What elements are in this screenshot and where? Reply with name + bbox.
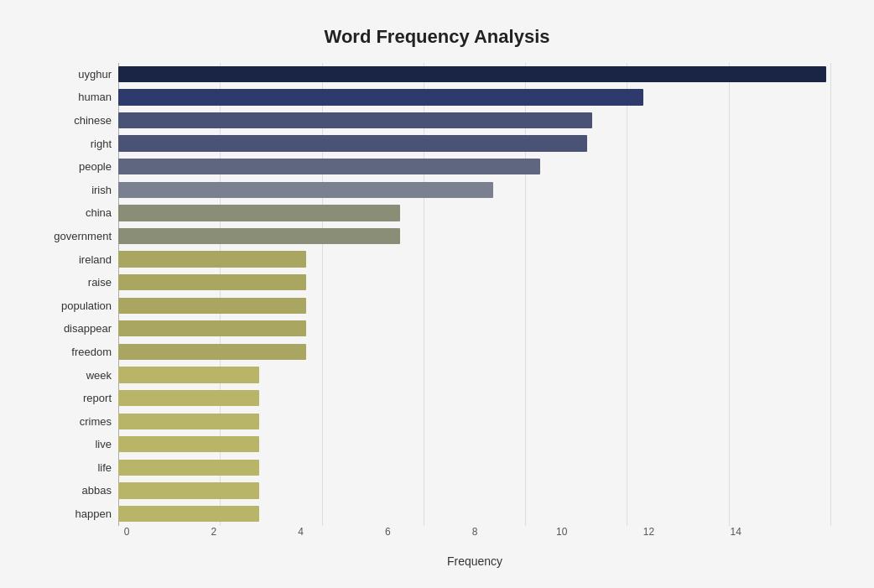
y-label-china: china <box>43 201 112 225</box>
x-tick: 0 <box>118 526 135 538</box>
y-label-disappear: disappear <box>43 317 112 341</box>
bar-irish <box>118 182 493 198</box>
bar-raise <box>118 274 306 290</box>
y-label-freedom: freedom <box>43 341 112 364</box>
bar-live <box>118 436 259 452</box>
x-tick: 12 <box>641 526 658 538</box>
y-label-crimes: crimes <box>43 409 112 433</box>
bar-row <box>118 155 831 179</box>
y-label-report: report <box>43 387 112 410</box>
y-axis-labels: uyghurhumanchineserightpeopleirishchinag… <box>43 63 118 549</box>
x-tick: 2 <box>205 526 222 538</box>
x-axis: 02468101214 <box>118 526 831 549</box>
bar-row <box>118 109 831 133</box>
y-label-week: week <box>43 363 112 387</box>
bar-report <box>118 390 259 406</box>
bar-row <box>118 409 831 433</box>
bar-row <box>118 225 831 248</box>
bar-china <box>118 205 400 221</box>
bar-disappear <box>118 320 306 336</box>
bar-right <box>118 135 587 151</box>
bar-row <box>118 86 831 109</box>
x-tick: 8 <box>466 526 483 538</box>
bar-human <box>118 89 643 105</box>
x-axis-label: Frequency <box>43 554 831 568</box>
bar-chinese <box>118 112 592 128</box>
x-tick: 14 <box>727 526 744 538</box>
y-label-ireland: ireland <box>43 247 112 271</box>
bar-row <box>118 502 831 526</box>
bar-row <box>118 178 831 201</box>
bar-people <box>118 159 540 174</box>
bar-row <box>118 363 831 387</box>
bar-row <box>118 387 831 410</box>
y-label-happen: happen <box>43 502 112 526</box>
bar-row <box>118 63 831 86</box>
y-label-right: right <box>43 132 112 155</box>
bar-happen <box>118 506 259 522</box>
bar-row <box>118 456 831 480</box>
y-label-uyghur: uyghur <box>43 63 112 86</box>
bar-week <box>118 367 259 382</box>
bar-government <box>118 228 400 244</box>
bar-life <box>118 460 259 476</box>
bars-area: 02468101214 <box>118 63 831 549</box>
chart-title: Word Frequency Analysis <box>43 26 831 48</box>
bar-row <box>118 341 831 364</box>
y-label-live: live <box>43 433 112 456</box>
y-label-irish: irish <box>43 178 112 201</box>
bar-freedom <box>118 344 306 360</box>
bar-abbas <box>118 482 259 498</box>
bar-row <box>118 317 831 341</box>
bar-row <box>118 294 831 317</box>
y-label-human: human <box>43 86 112 109</box>
bars-wrapper <box>118 63 831 526</box>
bar-row <box>118 132 831 155</box>
x-tick: 10 <box>554 526 570 538</box>
y-label-abbas: abbas <box>43 479 112 502</box>
bar-row <box>118 433 831 456</box>
bar-population <box>118 298 306 314</box>
y-label-people: people <box>43 155 112 179</box>
x-tick: 6 <box>379 526 396 538</box>
x-tick: 4 <box>293 526 310 538</box>
chart-area: uyghurhumanchineserightpeopleirishchinag… <box>43 63 831 549</box>
bar-row <box>118 271 831 294</box>
bar-row <box>118 201 831 225</box>
y-label-government: government <box>43 225 112 248</box>
bar-row <box>118 479 831 502</box>
bar-uyghur <box>118 66 826 82</box>
y-label-chinese: chinese <box>43 109 112 133</box>
bar-ireland <box>118 251 306 267</box>
y-label-life: life <box>43 456 112 480</box>
y-label-population: population <box>43 294 112 317</box>
chart-container: Word Frequency Analysis uyghurhumanchine… <box>18 9 856 580</box>
bar-crimes <box>118 414 259 429</box>
y-label-raise: raise <box>43 271 112 294</box>
bar-row <box>118 247 831 271</box>
